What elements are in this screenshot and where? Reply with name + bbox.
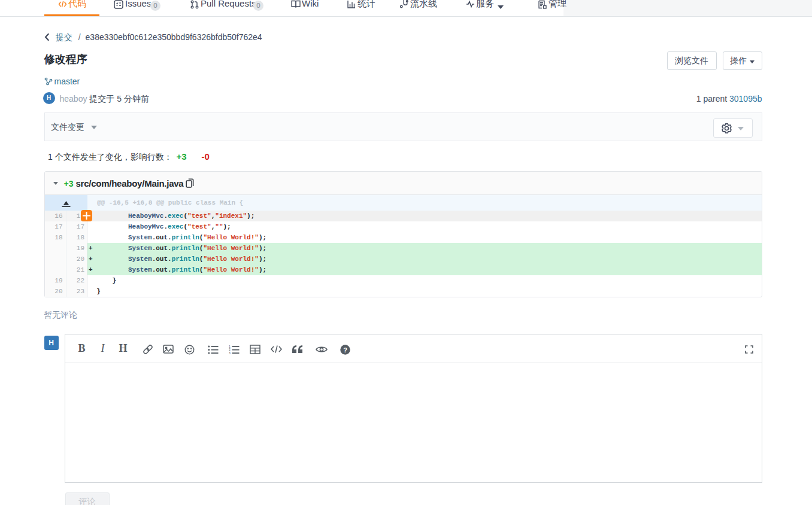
svg-text:?: ? xyxy=(343,346,347,353)
svg-text:3: 3 xyxy=(229,351,231,354)
